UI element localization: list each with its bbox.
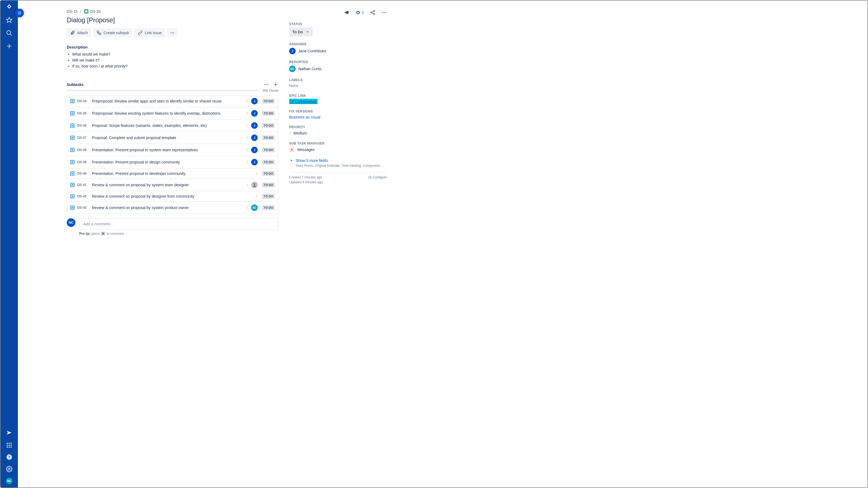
svg-point-37 [383, 12, 384, 13]
subtask-status[interactable]: TO DO [262, 99, 275, 104]
configure-link[interactable]: Configure [368, 175, 387, 179]
subtask-type-icon [70, 205, 74, 210]
description-label: Description [67, 45, 278, 50]
subtask-assignee-avatar: J [251, 147, 258, 153]
svg-point-23 [172, 33, 173, 33]
current-user-avatar: NC [67, 218, 75, 227]
subtask-status[interactable]: TO DO [262, 205, 275, 210]
breadcrumb-parent[interactable]: DS-15 [67, 9, 78, 13]
reporter-field[interactable]: NC Nathan Curtis [289, 66, 387, 72]
subtask-status[interactable]: TO DO [262, 148, 275, 152]
description-content[interactable]: What would we make?Will we make it?If so… [67, 52, 278, 68]
link-icon [138, 30, 143, 35]
subtask-status[interactable]: TO DO [262, 135, 275, 140]
subtask-row[interactable]: DS-42Review & comment on proposal by des… [67, 191, 278, 202]
subtask-title[interactable]: Proposal: Scope features (variants, stat… [92, 123, 244, 128]
epic-label: EPIC LINK [289, 94, 387, 98]
stm-gear-icon [289, 147, 294, 152]
stm-field[interactable]: Messages [289, 147, 387, 152]
subtask-title[interactable]: Review & comment on proposal by system t… [92, 183, 244, 187]
subtask-key[interactable]: DS-37 [77, 136, 89, 140]
app-switcher-icon[interactable] [6, 442, 12, 448]
svg-point-1 [7, 31, 10, 34]
subtask-status[interactable]: TO DO [262, 111, 275, 116]
fix-versions-field[interactable]: Business as Usual [289, 115, 320, 119]
subtask-key[interactable]: DS-43 [77, 206, 89, 209]
subtask-title[interactable]: Preproposal: Review similar apps and sit… [92, 99, 244, 103]
subtasks-more-icon[interactable] [264, 82, 269, 87]
star-icon[interactable] [6, 17, 12, 23]
description-item: If so, how soon / at what priority? [72, 64, 278, 68]
subtask-title[interactable]: Review & comment on proposal by designer… [92, 194, 253, 198]
attach-button[interactable]: Attach [67, 28, 91, 37]
subtask-key[interactable]: DS-38 [77, 148, 89, 152]
subtask-row[interactable]: DS-39Presentation: Present proposal to d… [67, 156, 278, 168]
subtask-assignee-avatar: J [251, 122, 258, 129]
feedback-icon[interactable] [344, 10, 349, 15]
svg-text:?: ? [8, 455, 10, 459]
svg-point-36 [382, 12, 383, 13]
notification-icon[interactable] [6, 430, 12, 436]
subtask-key[interactable]: DS-39 [77, 160, 89, 164]
subtask-status[interactable]: TO DO [262, 123, 275, 128]
subtask-assignee-avatar: J [251, 98, 258, 104]
labels-field[interactable]: None [289, 84, 387, 88]
subtask-key[interactable]: DS-41 [77, 183, 89, 187]
subtask-key[interactable]: DS-35 [77, 111, 89, 115]
subtask-row[interactable]: DS-36Proposal: Scope features (variants,… [67, 120, 278, 132]
subtask-row[interactable]: DS-35Preproposal: Review existing system… [67, 107, 278, 120]
subtask-title[interactable]: Review & comment on proposal by system p… [92, 205, 244, 210]
subtask-status[interactable]: TO DO [262, 194, 275, 199]
subtask-status[interactable]: TO DO [262, 183, 275, 187]
breadcrumb-current[interactable]: DS-33 [84, 9, 101, 13]
create-subtask-button[interactable]: Create subtask [93, 28, 132, 37]
svg-rect-21 [99, 33, 101, 35]
story-type-icon [84, 9, 88, 13]
subtask-key[interactable]: DS-36 [77, 124, 89, 127]
priority-arrow-icon: ↑ [246, 123, 248, 128]
more-actions-button[interactable] [167, 28, 177, 37]
breadcrumb-separator: / [80, 9, 82, 13]
subtask-row[interactable]: DS-37Proposal: Complete and submit propo… [67, 132, 278, 144]
status-dropdown[interactable]: To Do [289, 28, 313, 36]
subtask-status[interactable]: TO DO [262, 160, 275, 165]
profile-avatar[interactable]: NC [6, 478, 12, 484]
subtask-row[interactable]: DS-40Presentation: Present proposal to d… [67, 168, 278, 179]
subtask-row[interactable]: DS-34Preproposal: Review similar apps an… [67, 95, 278, 107]
issue-more-icon[interactable] [381, 10, 387, 15]
subtask-key[interactable]: DS-40 [77, 172, 89, 175]
subtask-title[interactable]: Presentation: Present proposal to design… [92, 160, 244, 164]
subtask-title[interactable]: Preproposal: Review existing system feat… [92, 111, 244, 116]
assignee-avatar: J [289, 48, 296, 54]
search-icon[interactable] [6, 30, 12, 36]
plus-icon[interactable] [6, 43, 12, 50]
subtask-row[interactable]: DS-38Presentation: Present proposal to s… [67, 144, 278, 156]
link-issue-button[interactable]: Link issue [134, 28, 165, 37]
issue-title[interactable]: Dialog [Propose] [67, 16, 278, 24]
help-icon[interactable]: ? [6, 454, 12, 460]
subtask-row[interactable]: DS-43Review & comment on proposal by sys… [67, 202, 278, 214]
subtask-assignee-avatar [251, 182, 258, 188]
watchers-button[interactable]: 1 [355, 10, 364, 15]
comment-input[interactable]: Add a comment... [79, 218, 278, 230]
fix-versions-label: FIX VERSIONS [289, 109, 387, 113]
subtask-row[interactable]: DS-41Review & comment on proposal by sys… [67, 179, 278, 191]
subtask-key[interactable]: DS-42 [77, 194, 89, 198]
svg-point-32 [371, 12, 372, 13]
settings-icon[interactable] [6, 466, 12, 472]
share-icon[interactable] [370, 10, 375, 15]
assignee-field[interactable]: J Jane.Contributor [289, 48, 387, 54]
subtask-title[interactable]: Presentation: Present proposal to system… [92, 148, 244, 152]
created-timestamp: Created 7 minutes ago [289, 175, 322, 179]
jira-logo-icon[interactable] [6, 4, 12, 10]
subtask-status[interactable]: TO DO [262, 171, 275, 176]
paperclip-icon [70, 30, 75, 35]
epic-link[interactable]: UI Components [289, 99, 318, 104]
show-more-fields[interactable]: Show 5 more fields [289, 158, 387, 163]
subtask-title[interactable]: Proposal: Complete and submit proposal t… [92, 135, 244, 140]
subtasks-add-icon[interactable] [273, 82, 278, 87]
priority-arrow-icon: ↑ [246, 135, 248, 140]
subtask-title[interactable]: Presentation: Present proposal to develo… [92, 171, 253, 176]
subtask-key[interactable]: DS-34 [77, 99, 89, 103]
priority-field[interactable]: ↑ Medium [289, 131, 387, 135]
